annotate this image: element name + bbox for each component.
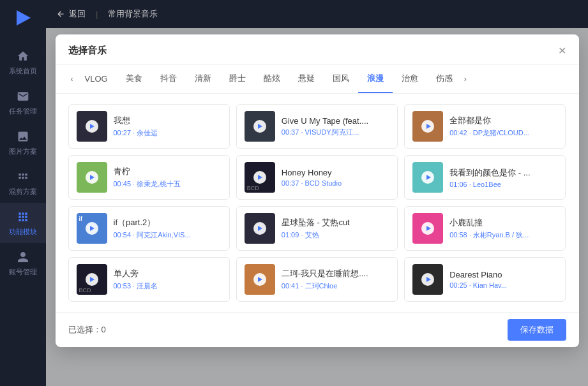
play-button[interactable] xyxy=(253,120,266,133)
modal-footer: 已选择：0 保存数据 xyxy=(56,312,579,347)
modal-header: 选择音乐 ✕ xyxy=(56,34,579,65)
play-button[interactable] xyxy=(253,171,266,184)
song-name: 我看到的颜色是你 - ... xyxy=(449,167,557,179)
back-label: 返回 xyxy=(69,8,86,20)
account-icon xyxy=(15,249,31,265)
image-icon xyxy=(15,129,31,144)
list-item[interactable]: Dearest Piano 00:25 · Kian Hav... xyxy=(404,257,566,302)
song-meta: 01:06 · Leo1Bee xyxy=(449,181,557,188)
song-thumbnail xyxy=(245,111,275,142)
play-button[interactable] xyxy=(86,273,98,286)
list-item[interactable]: 青柠 00:45 · 徐秉龙,桃十五 xyxy=(68,155,230,200)
sidebar-item-account[interactable]: 账号管理 xyxy=(0,243,46,283)
song-thumbnail xyxy=(412,111,443,142)
song-thumbnail: if xyxy=(77,213,107,244)
save-button[interactable]: 保存数据 xyxy=(508,319,566,341)
song-thumbnail: BCD xyxy=(77,264,107,295)
song-name: Dearest Piano xyxy=(449,270,557,279)
song-meta: 00:54 · 阿克江Akin,VIS... xyxy=(114,230,222,240)
cat-prev-arrow[interactable]: ‹ xyxy=(68,75,76,84)
song-name: Give U My Tape (feat.... xyxy=(282,116,389,126)
sidebar-item-task-label: 任务管理 xyxy=(9,107,37,116)
topbar-title: 常用背景音乐 xyxy=(108,8,158,20)
cat-next-arrow[interactable]: › xyxy=(462,75,469,84)
song-meta: 00:25 · Kian Hav... xyxy=(449,281,557,289)
song-name: 青柠 xyxy=(114,166,222,177)
song-name: 星球坠落 - 艾热cut xyxy=(282,217,389,228)
song-name: 我想 xyxy=(114,115,222,126)
song-name: Honey Honey xyxy=(282,168,389,177)
song-thumbnail xyxy=(245,213,275,244)
cat-tab-suspense[interactable]: 悬疑 xyxy=(289,65,324,93)
cat-tab-healing[interactable]: 治愈 xyxy=(393,65,427,93)
song-meta: 00:53 · 汪晨名 xyxy=(114,281,222,291)
list-item[interactable]: 全部都是你 00:42 · DP龙猪/CLOUD... xyxy=(404,104,566,149)
play-button[interactable] xyxy=(253,273,266,286)
song-info: Dearest Piano 00:25 · Kian Hav... xyxy=(449,270,557,289)
list-item[interactable]: 二珂-我只是在睡前想.... 00:41 · 二珂Chloe xyxy=(236,257,398,302)
sidebar-item-home[interactable]: 系统首页 xyxy=(0,42,46,82)
cat-tab-cool[interactable]: 酷炫 xyxy=(255,65,289,93)
list-item[interactable]: 我看到的颜色是你 - ... 01:06 · Leo1Bee xyxy=(404,155,566,200)
cat-tab-sad[interactable]: 伤感 xyxy=(427,65,462,93)
play-button[interactable] xyxy=(86,120,98,133)
song-info: 我想 00:27 · 余佳运 xyxy=(114,115,222,138)
list-item[interactable]: 星球坠落 - 艾热cut 01:09 · 艾热 xyxy=(236,206,398,251)
song-name: 二珂-我只是在睡前想.... xyxy=(282,268,389,279)
list-item[interactable]: 我想 00:27 · 余佳运 xyxy=(68,104,230,149)
selected-count-label: 已选择：0 xyxy=(68,324,106,336)
song-info: 全部都是你 00:42 · DP龙猪/CLOUD... xyxy=(449,115,557,138)
content-area: 常用背景音乐 选择音乐 ✕ ‹ VLOG 美食 抖音 清新 爵士 酷炫 xyxy=(46,28,588,386)
list-item[interactable]: BCD 单人旁 00:53 · 汪晨名 xyxy=(68,257,230,302)
modal-close-button[interactable]: ✕ xyxy=(558,46,566,56)
song-thumbnail xyxy=(77,162,107,193)
cat-tab-fresh[interactable]: 清新 xyxy=(186,65,220,93)
sidebar-item-image[interactable]: 图片方案 xyxy=(0,122,46,163)
music-grid: 我想 00:27 · 余佳运 Give U My Tape (feat.... xyxy=(56,94,579,312)
play-button[interactable] xyxy=(421,273,434,286)
play-button[interactable] xyxy=(253,222,266,235)
song-thumbnail xyxy=(412,213,443,244)
main-content: 返回 | 常用背景音乐 常用背景音乐 选择音乐 ✕ ‹ VLOG 美食 抖音 xyxy=(46,0,588,386)
sidebar-item-task[interactable]: 任务管理 xyxy=(0,82,46,122)
sidebar-item-function-label: 功能模块 xyxy=(9,227,37,237)
song-name: 单人旁 xyxy=(114,268,222,279)
cat-tab-romance[interactable]: 浪漫 xyxy=(358,65,393,93)
play-button[interactable] xyxy=(421,171,434,184)
sidebar-item-mix[interactable]: 混剪方案 xyxy=(0,163,46,203)
cat-tab-vlog[interactable]: VLOG xyxy=(76,66,117,93)
play-button[interactable] xyxy=(86,222,98,235)
list-item[interactable]: if if（part.2） 00:54 · 阿克江Akin,VIS... xyxy=(68,206,230,251)
song-thumbnail: BCD xyxy=(245,162,275,193)
function-icon xyxy=(15,209,31,225)
cat-tab-jazz[interactable]: 爵士 xyxy=(220,65,255,93)
song-info: 二珂-我只是在睡前想.... 00:41 · 二珂Chloe xyxy=(282,268,389,291)
sidebar-item-function[interactable]: 功能模块 xyxy=(0,203,46,243)
sidebar-item-mix-label: 混剪方案 xyxy=(9,187,37,197)
list-item[interactable]: 小鹿乱撞 00:58 · 永彬Ryan.B / 狄... xyxy=(404,206,566,251)
cat-tab-food[interactable]: 美食 xyxy=(117,65,151,93)
list-item[interactable]: Give U My Tape (feat.... 00:37 · VISUDY,… xyxy=(236,104,398,149)
song-name: 小鹿乱撞 xyxy=(449,217,557,228)
sidebar: 系统首页 任务管理 图片方案 混剪方案 功能模块 xyxy=(0,0,46,386)
song-meta: 00:41 · 二珂Chloe xyxy=(282,281,389,291)
cat-tab-chinese[interactable]: 国风 xyxy=(324,65,358,93)
song-thumbnail xyxy=(77,111,107,142)
play-button[interactable] xyxy=(421,120,434,133)
list-item[interactable]: BCD Honey Honey 00:37 · BCD Studio xyxy=(236,155,398,200)
play-button[interactable] xyxy=(421,222,434,235)
song-meta: 00:37 · BCD Studio xyxy=(282,179,389,187)
app-logo xyxy=(11,6,34,29)
back-button[interactable]: 返回 xyxy=(56,8,86,20)
song-info: 青柠 00:45 · 徐秉龙,桃十五 xyxy=(114,166,222,189)
mix-icon xyxy=(15,169,31,184)
play-button[interactable] xyxy=(86,171,98,184)
modal-overlay: 选择音乐 ✕ ‹ VLOG 美食 抖音 清新 爵士 酷炫 悬疑 国风 浪漫 治愈… xyxy=(46,28,588,386)
task-icon xyxy=(15,89,31,104)
song-meta: 00:27 · 余佳运 xyxy=(114,128,222,138)
song-info: if（part.2） 00:54 · 阿克江Akin,VIS... xyxy=(114,217,222,240)
song-info: 小鹿乱撞 00:58 · 永彬Ryan.B / 狄... xyxy=(449,217,557,240)
song-info: Honey Honey 00:37 · BCD Studio xyxy=(282,168,389,187)
cat-tab-douyin[interactable]: 抖音 xyxy=(151,65,186,93)
modal-title: 选择音乐 xyxy=(68,45,107,57)
